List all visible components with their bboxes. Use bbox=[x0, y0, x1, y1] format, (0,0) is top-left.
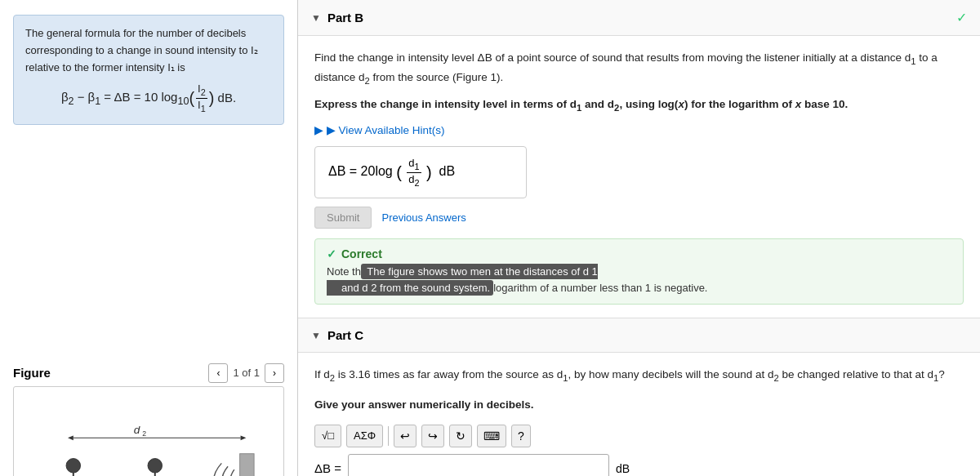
sqrt-button[interactable]: √□ bbox=[314, 425, 341, 447]
figure-prev-button[interactable]: ‹ bbox=[208, 363, 228, 383]
left-panel: The general formula for the number of de… bbox=[0, 0, 298, 476]
part-b-arrow: ▼ bbox=[311, 12, 321, 24]
part-b-header[interactable]: ▼ Part B ✓ bbox=[298, 0, 980, 36]
redo-button[interactable]: ↪ bbox=[421, 425, 444, 447]
part-b-content: Find the change in intensity level ΔΒ of… bbox=[298, 36, 980, 318]
figure-header: Figure ‹ 1 of 1 › bbox=[13, 357, 284, 386]
correct-text: Note th The figure shows two men at the … bbox=[327, 264, 951, 296]
help-button[interactable]: ? bbox=[511, 425, 531, 447]
db-unit-label: dB bbox=[616, 462, 630, 475]
hint-label: ▶ View Available Hint(s) bbox=[327, 124, 445, 136]
keyboard-icon: ⌨ bbox=[483, 429, 500, 443]
delta-beta-label: ΔΒ = bbox=[314, 461, 341, 475]
part-c-content: If d2 is 3.16 times as far away from the… bbox=[298, 353, 980, 476]
part-c-problem2: Give your answer numerically in decibels… bbox=[314, 396, 964, 415]
correct-note-partial: Note th bbox=[327, 265, 361, 278]
answer-math: ΔΒ = 20log ( d1 d2 ) dB bbox=[328, 157, 455, 188]
refresh-icon: ↻ bbox=[456, 429, 466, 443]
part-b-label: Part B bbox=[327, 11, 363, 24]
refresh-button[interactable]: ↻ bbox=[449, 425, 472, 447]
part-c-section: ▼ Part C If d2 is 3.16 times as far away… bbox=[298, 318, 980, 476]
figure-next-button[interactable]: › bbox=[265, 363, 284, 383]
answer-input-field[interactable] bbox=[348, 454, 609, 476]
sigma-icon: ΑΣΦ bbox=[354, 429, 376, 442]
keyboard-button[interactable]: ⌨ bbox=[477, 425, 506, 447]
figure-title: Figure bbox=[13, 366, 51, 380]
figure-image: d 2 d 1 bbox=[13, 386, 284, 476]
input-toolbar: √□ ΑΣΦ ↩ ↪ ↻ ⌨ ? bbox=[314, 425, 964, 447]
figure-section: Figure ‹ 1 of 1 › bbox=[13, 357, 284, 476]
svg-point-3 bbox=[66, 459, 80, 473]
correct-box: ✓ Correct Note th The figure shows two m… bbox=[314, 238, 964, 305]
redo-icon: ↪ bbox=[428, 429, 438, 443]
part-c-arrow: ▼ bbox=[311, 330, 321, 341]
part-c-label: Part C bbox=[327, 328, 363, 342]
answer-input-row: ΔΒ = dB bbox=[314, 454, 964, 476]
part-b-submit-row: Submit Previous Answers bbox=[314, 207, 964, 229]
correct-label: Correct bbox=[341, 247, 382, 260]
part-c-header[interactable]: ▼ Part C bbox=[298, 318, 980, 353]
hint-triangle: ▶ bbox=[314, 124, 323, 136]
sqrt-icon: √□ bbox=[322, 429, 334, 442]
sigma-button[interactable]: ΑΣΦ bbox=[346, 425, 383, 447]
undo-icon: ↩ bbox=[400, 429, 410, 443]
previous-answers-button[interactable]: Previous Answers bbox=[381, 211, 466, 224]
formula-display: β2 − β1 = ΔΒ = 10 log10 ( I2 I1 ) dB. bbox=[25, 82, 272, 113]
svg-point-9 bbox=[148, 459, 162, 473]
part-b-submit-button[interactable]: Submit bbox=[314, 207, 372, 229]
part-b-checkmark: ✓ bbox=[956, 10, 967, 25]
help-icon: ? bbox=[518, 429, 524, 443]
correct-header: ✓ Correct bbox=[327, 247, 951, 260]
view-hints-link[interactable]: ▶ ▶ View Available Hint(s) bbox=[314, 123, 964, 136]
part-b-problem1: Find the change in intensity level ΔΒ of… bbox=[314, 49, 964, 87]
part-c-problem1: If d2 is 3.16 times as far away from the… bbox=[314, 366, 964, 386]
right-panel: ▼ Part B ✓ Find the change in intensity … bbox=[298, 0, 980, 476]
figure-nav: ‹ 1 of 1 › bbox=[208, 363, 284, 383]
correct-check-icon: ✓ bbox=[327, 247, 336, 260]
part-b-section: ▼ Part B ✓ Find the change in intensity … bbox=[298, 0, 980, 318]
figure-svg: d 2 d 1 bbox=[14, 387, 283, 476]
svg-text:2: 2 bbox=[142, 429, 146, 438]
svg-rect-2 bbox=[240, 454, 254, 476]
formula-box: The general formula for the number of de… bbox=[13, 15, 284, 125]
toolbar-separator bbox=[388, 426, 389, 446]
svg-text:d: d bbox=[134, 424, 140, 436]
undo-button[interactable]: ↩ bbox=[394, 425, 416, 447]
figure-count: 1 of 1 bbox=[233, 367, 260, 379]
part-b-problem2: Express the change in intensity level in… bbox=[314, 96, 964, 115]
answer-display-box: ΔΒ = 20log ( d1 d2 ) dB bbox=[314, 146, 527, 198]
formula-description: The general formula for the number of de… bbox=[25, 25, 272, 76]
correct-note-rest: logarithm of a number less than 1 is neg… bbox=[493, 282, 707, 294]
